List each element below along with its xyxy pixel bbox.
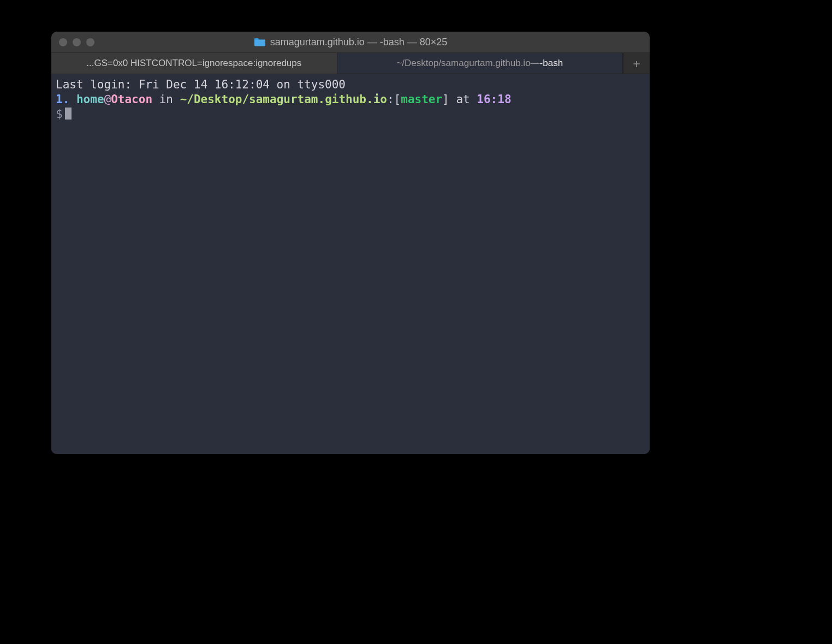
titlebar[interactable]: samagurtam.github.io — -bash — 80×25 bbox=[51, 32, 650, 53]
minimize-icon[interactable] bbox=[73, 38, 81, 46]
prompt-dollar: $ bbox=[56, 108, 63, 121]
tab-2-path: ~/Desktop/samagurtam.github.io bbox=[396, 58, 530, 69]
prompt-colon: : bbox=[387, 93, 394, 106]
terminal-body[interactable]: Last login: Fri Dec 14 16:12:04 on ttys0… bbox=[51, 74, 650, 454]
folder-icon bbox=[254, 37, 266, 47]
prompt-at: @ bbox=[104, 93, 111, 106]
prompt-rbr: ] bbox=[442, 93, 449, 106]
prompt-lbr: [ bbox=[394, 93, 401, 106]
tab-2[interactable]: ~/Desktop/samagurtam.github.io — -bash bbox=[337, 53, 623, 74]
prompt-branch: master bbox=[401, 93, 442, 106]
terminal-window: samagurtam.github.io — -bash — 80×25 ...… bbox=[51, 32, 650, 454]
new-tab-button[interactable]: + bbox=[623, 53, 650, 74]
tab-2-proc: -bash bbox=[540, 58, 563, 69]
prompt-in: in bbox=[152, 93, 180, 106]
window-controls bbox=[51, 38, 94, 46]
tab-1[interactable]: ...GS=0x0 HISTCONTROL=ignorespace:ignore… bbox=[51, 53, 337, 74]
prompt-user: home bbox=[76, 93, 104, 106]
window-title-text: samagurtam.github.io — -bash — 80×25 bbox=[270, 37, 448, 48]
prompt-path: ~/Desktop/samagurtam.github.io bbox=[180, 93, 387, 106]
cursor-icon bbox=[65, 108, 72, 120]
close-icon[interactable] bbox=[59, 38, 67, 46]
prompt-time: 16:18 bbox=[477, 93, 511, 106]
zoom-icon[interactable] bbox=[86, 38, 94, 46]
prompt-at-word: at bbox=[449, 93, 477, 106]
prompt-num: 1. bbox=[56, 93, 69, 106]
plus-icon: + bbox=[633, 57, 640, 70]
tab-2-sep: — bbox=[531, 58, 540, 69]
tab-bar: ...GS=0x0 HISTCONTROL=ignorespace:ignore… bbox=[51, 53, 650, 74]
prompt-host: Otacon bbox=[111, 93, 152, 106]
last-login-line: Last login: Fri Dec 14 16:12:04 on ttys0… bbox=[56, 78, 346, 91]
window-title: samagurtam.github.io — -bash — 80×25 bbox=[51, 37, 650, 48]
tab-1-label: ...GS=0x0 HISTCONTROL=ignorespace:ignore… bbox=[86, 58, 301, 69]
